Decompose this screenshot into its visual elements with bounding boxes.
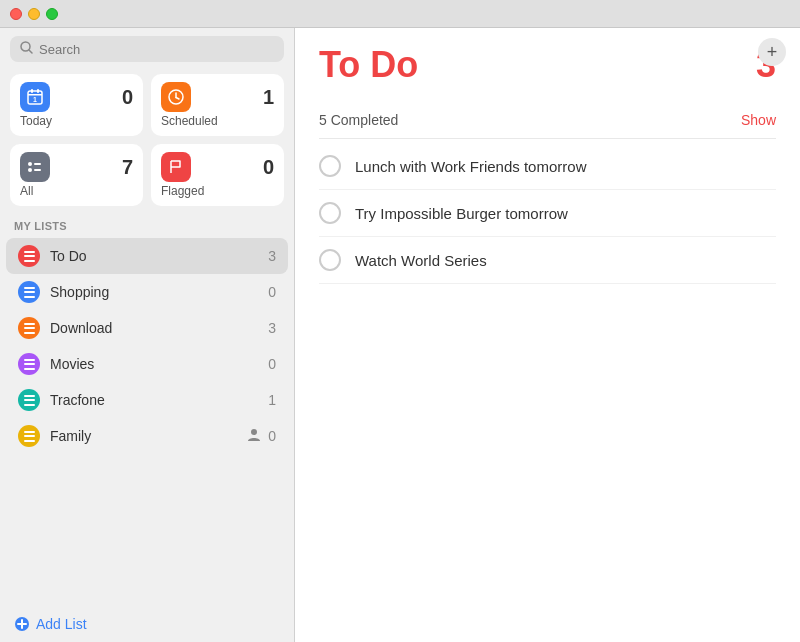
movies-list-count: 0 [268,356,276,372]
svg-line-9 [176,98,179,100]
scheduled-icon [161,82,191,112]
today-count: 0 [122,86,133,109]
smart-groups: 1 0 Today 1 [0,70,294,216]
todo-list-count: 3 [268,248,276,264]
movies-list-icon [18,353,40,375]
completed-row: 5 Completed Show [319,102,776,139]
add-list-label: Add List [36,616,87,632]
sidebar: 1 0 Today 1 [0,28,295,642]
traffic-lights [10,8,58,20]
smart-group-today[interactable]: 1 0 Today [10,74,143,136]
tracfone-list-count: 1 [268,392,276,408]
maximize-button[interactable] [46,8,58,20]
svg-line-1 [29,50,32,53]
add-task-button[interactable]: + [758,38,786,66]
family-list-name: Family [50,428,236,444]
main-header: To Do 3 [319,44,776,86]
shopping-list-count: 0 [268,284,276,300]
task-item-1: Lunch with Work Friends tomorrow [319,143,776,190]
task-text-1: Lunch with Work Friends tomorrow [355,158,586,175]
list-title: To Do [319,44,418,86]
today-icon: 1 [20,82,50,112]
flagged-icon [161,152,191,182]
download-list-icon [18,317,40,339]
shared-icon [246,427,262,446]
svg-text:1: 1 [33,96,37,103]
sidebar-item-family[interactable]: Family 0 [6,418,288,454]
sidebar-item-movies[interactable]: Movies 0 [6,346,288,382]
all-label: All [20,184,133,198]
show-completed-button[interactable]: Show [741,112,776,128]
sidebar-item-shopping[interactable]: Shopping 0 [6,274,288,310]
task-checkbox-1[interactable] [319,155,341,177]
scheduled-label: Scheduled [161,114,274,128]
svg-rect-3 [31,89,33,93]
minimize-button[interactable] [28,8,40,20]
add-list-button[interactable]: Add List [0,606,294,642]
titlebar [0,0,800,28]
task-text-3: Watch World Series [355,252,487,269]
movies-list-name: Movies [50,356,258,372]
family-list-meta: 0 [246,427,276,446]
family-list-count: 0 [268,428,276,444]
shopping-list-icon [18,281,40,303]
todo-list-icon [18,245,40,267]
completed-label: 5 Completed [319,112,398,128]
svg-rect-4 [37,89,39,93]
tracfone-list-icon [18,389,40,411]
task-checkbox-3[interactable] [319,249,341,271]
main-content: + To Do 3 5 Completed Show Lunch with Wo… [295,28,800,642]
download-list-name: Download [50,320,258,336]
today-label: Today [20,114,133,128]
smart-group-all[interactable]: 7 All [10,144,143,206]
all-icon [20,152,50,182]
smart-group-scheduled[interactable]: 1 Scheduled [151,74,284,136]
todo-list-name: To Do [50,248,258,264]
svg-rect-13 [34,169,41,171]
close-button[interactable] [10,8,22,20]
task-text-2: Try Impossible Burger tomorrow [355,205,568,222]
shopping-list-name: Shopping [50,284,258,300]
task-item-3: Watch World Series [319,237,776,284]
search-icon [20,41,33,57]
svg-point-10 [28,162,32,166]
flagged-label: Flagged [161,184,274,198]
sidebar-item-todo[interactable]: To Do 3 [6,238,288,274]
flagged-count: 0 [263,156,274,179]
app-container: 1 0 Today 1 [0,28,800,642]
my-lists-header: My Lists [0,216,294,238]
all-count: 7 [122,156,133,179]
task-item-2: Try Impossible Burger tomorrow [319,190,776,237]
svg-rect-11 [34,163,41,165]
search-input[interactable] [39,42,274,57]
smart-group-flagged[interactable]: 0 Flagged [151,144,284,206]
sidebar-item-tracfone[interactable]: Tracfone 1 [6,382,288,418]
svg-point-14 [251,429,257,435]
add-list-icon [14,616,30,632]
scheduled-count: 1 [263,86,274,109]
tracfone-list-name: Tracfone [50,392,258,408]
sidebar-item-download[interactable]: Download 3 [6,310,288,346]
search-bar[interactable] [10,36,284,62]
family-list-icon [18,425,40,447]
task-checkbox-2[interactable] [319,202,341,224]
download-list-count: 3 [268,320,276,336]
svg-point-12 [28,168,32,172]
